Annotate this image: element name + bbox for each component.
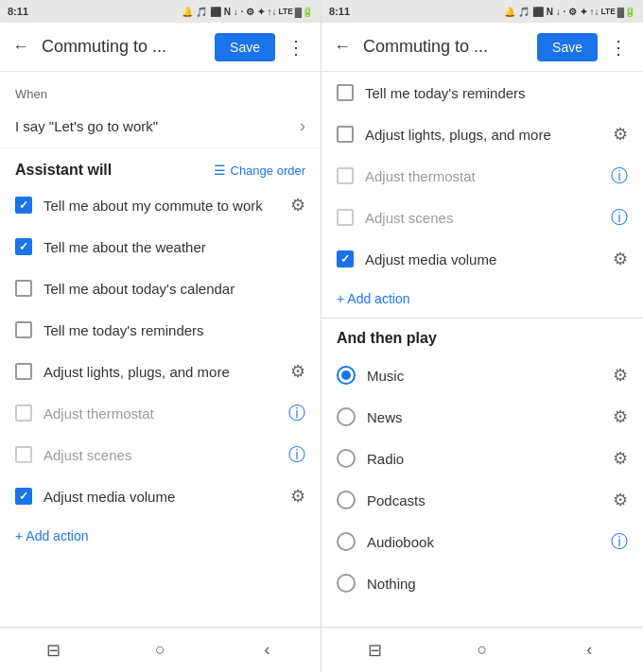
- nav-bar-left: ⊟ ○ ‹: [0, 627, 321, 672]
- status-time-right: 8:11: [329, 6, 350, 17]
- info-icon-audiobook[interactable]: ⓘ: [611, 530, 628, 553]
- nav-home-left[interactable]: ⊟: [30, 628, 78, 672]
- status-time-left: 8:11: [8, 6, 28, 17]
- back-button-left[interactable]: ←: [4, 30, 38, 64]
- back-button-right[interactable]: ←: [325, 30, 359, 64]
- label-music: Music: [367, 368, 601, 384]
- radio-news[interactable]: [337, 407, 356, 426]
- nav-circle-left[interactable]: ○: [137, 628, 184, 672]
- nav-back-left[interactable]: ‹: [244, 628, 291, 672]
- radio-podcasts[interactable]: [337, 491, 356, 509]
- status-icons-left: 🔔 🎵 ⬛ N ↓ · ⚙ ✦ ↑↓ LTE▓🔋: [182, 7, 313, 17]
- gear-icon-commute[interactable]: ⚙: [290, 195, 305, 215]
- checkbox-calendar[interactable]: [15, 280, 32, 297]
- check-row-thermostat2: Adjust thermostat ⓘ: [322, 155, 643, 197]
- save-button-left[interactable]: Save: [215, 33, 275, 61]
- radio-row-nothing: Nothing: [322, 562, 643, 604]
- label-scenes2: Adjust scenes: [365, 210, 600, 226]
- trigger-text: I say "Let's go to work": [15, 118, 158, 134]
- radio-music[interactable]: [337, 366, 356, 385]
- add-action-label-right: + Add action: [337, 291, 409, 306]
- label-lights: Adjust lights, plugs, and more: [43, 364, 279, 380]
- nav-circle-right[interactable]: ○: [459, 628, 506, 672]
- scroll-content-right: Tell me today's reminders Adjust lights,…: [322, 72, 643, 627]
- check-row-scenes: Adjust scenes ⓘ: [0, 434, 321, 475]
- add-action-label-left: + Add action: [15, 528, 88, 543]
- info-icon-scenes2[interactable]: ⓘ: [611, 206, 628, 229]
- toolbar-title-right: Commuting to ...: [363, 37, 533, 57]
- left-panel: 8:11 🔔 🎵 ⬛ N ↓ · ⚙ ✦ ↑↓ LTE▓🔋 ← Commutin…: [0, 0, 322, 672]
- label-volume: Adjust media volume: [43, 489, 279, 505]
- label-nothing: Nothing: [367, 576, 628, 592]
- checkbox-lights[interactable]: [15, 363, 32, 380]
- gear-icon-podcasts[interactable]: ⚙: [613, 490, 628, 510]
- info-icon-thermostat[interactable]: ⓘ: [288, 402, 305, 424]
- check-row-volume: Adjust media volume ⚙: [0, 475, 321, 517]
- label-reminders2: Tell me today's reminders: [365, 85, 628, 101]
- radio-audiobook[interactable]: [337, 532, 356, 551]
- checkbox-weather[interactable]: [15, 238, 32, 255]
- gear-icon-lights[interactable]: ⚙: [290, 361, 305, 382]
- gear-icon-radio[interactable]: ⚙: [613, 448, 628, 469]
- check-row-reminders: Tell me today's reminders: [0, 309, 321, 351]
- gear-icon-volume[interactable]: ⚙: [290, 486, 305, 507]
- checkbox-scenes[interactable]: [15, 446, 32, 463]
- label-news: News: [367, 409, 601, 425]
- radio-row-radio: Radio ⚙: [322, 438, 643, 479]
- nav-home-right[interactable]: ⊟: [352, 628, 399, 672]
- label-commute: Tell me about my commute to work: [43, 198, 279, 214]
- save-button-right[interactable]: Save: [537, 33, 598, 61]
- label-weather: Tell me about the weather: [43, 239, 305, 255]
- checkbox-commute[interactable]: [15, 197, 32, 214]
- nav-bar-right: ⊟ ○ ‹: [322, 627, 643, 672]
- toolbar-left: ← Commuting to ... Save ⋮: [0, 23, 321, 72]
- checkbox-lights2[interactable]: [337, 126, 354, 143]
- check-row-reminders2: Tell me today's reminders: [322, 72, 643, 113]
- label-podcasts: Podcasts: [367, 492, 601, 508]
- checkbox-volume2[interactable]: [337, 250, 354, 267]
- check-row-volume2: Adjust media volume ⚙: [322, 238, 643, 280]
- more-button-left[interactable]: ⋮: [279, 30, 313, 64]
- checkbox-volume[interactable]: [15, 488, 32, 505]
- add-action-button-right[interactable]: + Add action: [322, 280, 643, 318]
- label-audiobook: Audiobook: [367, 534, 600, 550]
- info-icon-thermostat2[interactable]: ⓘ: [611, 164, 628, 187]
- label-thermostat2: Adjust thermostat: [365, 168, 600, 184]
- assistant-title: Assistant will: [15, 162, 112, 179]
- play-section-title: And then play: [322, 319, 643, 354]
- label-reminders: Tell me today's reminders: [43, 322, 305, 338]
- label-calendar: Tell me about today's calendar: [43, 281, 305, 297]
- checkbox-reminders2[interactable]: [337, 84, 354, 101]
- nav-back-right[interactable]: ‹: [565, 628, 613, 672]
- radio-nothing[interactable]: [337, 574, 356, 593]
- change-order-button[interactable]: ☰ Change order: [214, 163, 306, 178]
- gear-icon-news[interactable]: ⚙: [613, 406, 628, 427]
- radio-radio[interactable]: [337, 449, 356, 468]
- checkbox-thermostat2[interactable]: [337, 167, 354, 184]
- change-order-label: Change order: [231, 164, 306, 178]
- radio-row-news: News ⚙: [322, 396, 643, 438]
- chevron-icon: ›: [300, 116, 305, 136]
- when-label: When: [0, 72, 321, 105]
- check-row-lights: Adjust lights, plugs, and more ⚙: [0, 351, 321, 392]
- status-icons-right: 🔔 🎵 ⬛ N ↓ · ⚙ ✦ ↑↓ LTE▓🔋: [504, 7, 635, 17]
- gear-icon-music[interactable]: ⚙: [613, 365, 628, 386]
- assistant-header: Assistant will ☰ Change order: [0, 148, 321, 184]
- gear-icon-lights2[interactable]: ⚙: [613, 124, 628, 145]
- checkbox-scenes2[interactable]: [337, 209, 354, 226]
- trigger-row[interactable]: I say "Let's go to work" ›: [0, 105, 321, 148]
- list-icon: ☰: [214, 163, 226, 178]
- checkbox-reminders[interactable]: [15, 321, 32, 338]
- info-icon-scenes[interactable]: ⓘ: [288, 443, 305, 466]
- check-row-weather: Tell me about the weather: [0, 226, 321, 267]
- label-thermostat: Adjust thermostat: [43, 405, 277, 422]
- more-button-right[interactable]: ⋮: [601, 30, 635, 64]
- gear-icon-volume2[interactable]: ⚙: [613, 249, 628, 269]
- status-bar-right: 8:11 🔔 🎵 ⬛ N ↓ · ⚙ ✦ ↑↓ LTE▓🔋: [322, 0, 643, 23]
- radio-row-music: Music ⚙: [322, 354, 643, 396]
- check-row-thermostat: Adjust thermostat ⓘ: [0, 392, 321, 434]
- check-row-scenes2: Adjust scenes ⓘ: [322, 197, 643, 238]
- add-action-button-left[interactable]: + Add action: [0, 517, 321, 555]
- checkbox-thermostat[interactable]: [15, 405, 32, 422]
- label-radio: Radio: [367, 451, 601, 467]
